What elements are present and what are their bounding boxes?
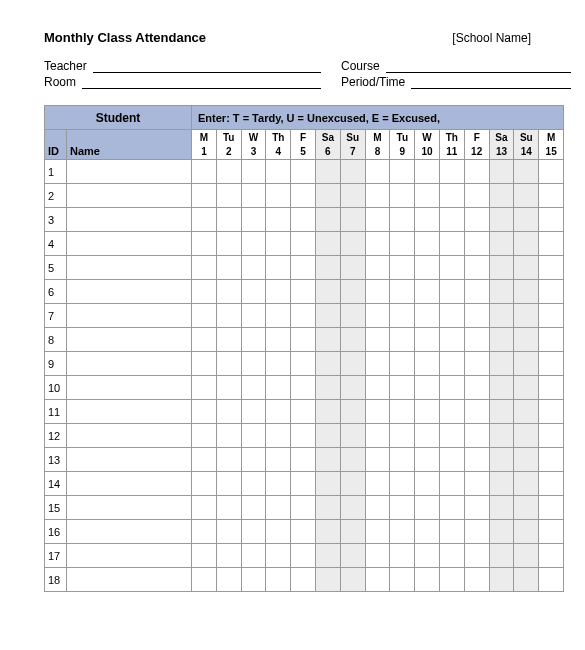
attendance-cell[interactable] — [514, 280, 539, 304]
attendance-cell[interactable] — [216, 280, 241, 304]
attendance-cell[interactable] — [415, 304, 440, 328]
attendance-cell[interactable] — [415, 160, 440, 184]
attendance-cell[interactable] — [390, 232, 415, 256]
attendance-cell[interactable] — [539, 280, 564, 304]
attendance-cell[interactable] — [415, 328, 440, 352]
attendance-cell[interactable] — [439, 568, 464, 592]
attendance-cell[interactable] — [316, 256, 341, 280]
attendance-cell[interactable] — [489, 304, 514, 328]
attendance-cell[interactable] — [241, 424, 266, 448]
attendance-cell[interactable] — [365, 472, 390, 496]
attendance-cell[interactable] — [439, 352, 464, 376]
attendance-cell[interactable] — [390, 184, 415, 208]
attendance-cell[interactable] — [340, 448, 365, 472]
attendance-cell[interactable] — [291, 352, 316, 376]
attendance-cell[interactable] — [291, 160, 316, 184]
attendance-cell[interactable] — [291, 472, 316, 496]
attendance-cell[interactable] — [216, 424, 241, 448]
attendance-cell[interactable] — [390, 304, 415, 328]
attendance-cell[interactable] — [266, 448, 291, 472]
attendance-cell[interactable] — [415, 472, 440, 496]
attendance-cell[interactable] — [415, 568, 440, 592]
row-name-cell[interactable] — [67, 256, 192, 280]
attendance-cell[interactable] — [390, 448, 415, 472]
attendance-cell[interactable] — [291, 520, 316, 544]
attendance-cell[interactable] — [489, 448, 514, 472]
attendance-cell[interactable] — [390, 520, 415, 544]
attendance-cell[interactable] — [316, 208, 341, 232]
attendance-cell[interactable] — [539, 304, 564, 328]
attendance-cell[interactable] — [365, 544, 390, 568]
attendance-cell[interactable] — [291, 496, 316, 520]
row-name-cell[interactable] — [67, 520, 192, 544]
attendance-cell[interactable] — [340, 328, 365, 352]
attendance-cell[interactable] — [514, 304, 539, 328]
attendance-cell[interactable] — [489, 424, 514, 448]
attendance-cell[interactable] — [340, 208, 365, 232]
attendance-cell[interactable] — [216, 208, 241, 232]
attendance-cell[interactable] — [192, 304, 217, 328]
row-name-cell[interactable] — [67, 544, 192, 568]
attendance-cell[interactable] — [514, 400, 539, 424]
attendance-cell[interactable] — [291, 448, 316, 472]
attendance-cell[interactable] — [266, 208, 291, 232]
attendance-cell[interactable] — [340, 352, 365, 376]
attendance-cell[interactable] — [340, 256, 365, 280]
attendance-cell[interactable] — [266, 160, 291, 184]
attendance-cell[interactable] — [390, 400, 415, 424]
attendance-cell[interactable] — [266, 328, 291, 352]
attendance-cell[interactable] — [539, 448, 564, 472]
attendance-cell[interactable] — [266, 304, 291, 328]
attendance-cell[interactable] — [514, 256, 539, 280]
attendance-cell[interactable] — [241, 256, 266, 280]
attendance-cell[interactable] — [415, 448, 440, 472]
attendance-cell[interactable] — [464, 280, 489, 304]
attendance-cell[interactable] — [365, 256, 390, 280]
attendance-cell[interactable] — [439, 328, 464, 352]
attendance-cell[interactable] — [489, 256, 514, 280]
attendance-cell[interactable] — [216, 352, 241, 376]
attendance-cell[interactable] — [291, 400, 316, 424]
attendance-cell[interactable] — [415, 520, 440, 544]
attendance-cell[interactable] — [489, 568, 514, 592]
attendance-cell[interactable] — [489, 352, 514, 376]
attendance-cell[interactable] — [241, 208, 266, 232]
course-field[interactable] — [386, 59, 571, 73]
attendance-cell[interactable] — [266, 496, 291, 520]
attendance-cell[interactable] — [216, 520, 241, 544]
attendance-cell[interactable] — [415, 280, 440, 304]
room-field[interactable] — [82, 75, 321, 89]
attendance-cell[interactable] — [464, 352, 489, 376]
attendance-cell[interactable] — [365, 520, 390, 544]
attendance-cell[interactable] — [340, 520, 365, 544]
attendance-cell[interactable] — [489, 544, 514, 568]
attendance-cell[interactable] — [365, 376, 390, 400]
attendance-cell[interactable] — [439, 208, 464, 232]
attendance-cell[interactable] — [514, 328, 539, 352]
attendance-cell[interactable] — [340, 184, 365, 208]
attendance-cell[interactable] — [514, 568, 539, 592]
attendance-cell[interactable] — [415, 232, 440, 256]
attendance-cell[interactable] — [241, 280, 266, 304]
attendance-cell[interactable] — [192, 424, 217, 448]
attendance-cell[interactable] — [415, 544, 440, 568]
attendance-cell[interactable] — [489, 496, 514, 520]
row-name-cell[interactable] — [67, 424, 192, 448]
attendance-cell[interactable] — [365, 568, 390, 592]
attendance-cell[interactable] — [216, 376, 241, 400]
attendance-cell[interactable] — [464, 544, 489, 568]
attendance-cell[interactable] — [316, 328, 341, 352]
attendance-cell[interactable] — [192, 184, 217, 208]
attendance-cell[interactable] — [216, 328, 241, 352]
attendance-cell[interactable] — [340, 424, 365, 448]
attendance-cell[interactable] — [464, 256, 489, 280]
attendance-cell[interactable] — [464, 448, 489, 472]
attendance-cell[interactable] — [439, 304, 464, 328]
attendance-cell[interactable] — [489, 232, 514, 256]
attendance-cell[interactable] — [539, 208, 564, 232]
attendance-cell[interactable] — [266, 256, 291, 280]
attendance-cell[interactable] — [216, 544, 241, 568]
attendance-cell[interactable] — [316, 352, 341, 376]
attendance-cell[interactable] — [539, 256, 564, 280]
attendance-cell[interactable] — [464, 160, 489, 184]
